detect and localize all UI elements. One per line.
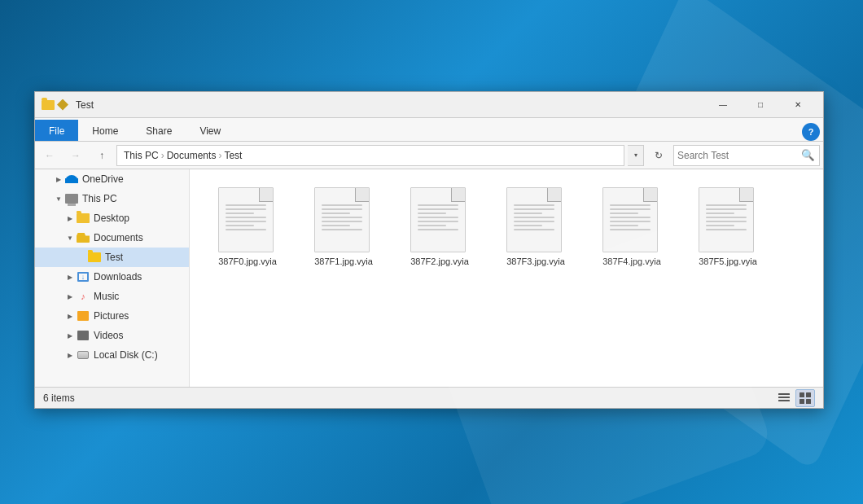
file-name-5: 387F5.jpg.vyia <box>699 256 757 267</box>
search-box: 🔍 <box>673 145 820 166</box>
sidebar-label-pictures: Pictures <box>94 310 129 322</box>
sidebar-item-onedrive[interactable]: ▶ OneDrive <box>35 169 189 189</box>
doc-icon-5 <box>699 187 754 252</box>
sidebar-item-videos[interactable]: ▶ Videos <box>35 326 189 345</box>
file-name-3: 387F3.jpg.vyia <box>506 256 565 267</box>
expand-arrow-local-disk: ▶ <box>64 349 76 361</box>
tab-view[interactable]: View <box>186 120 234 141</box>
path-test[interactable]: Test <box>224 150 242 161</box>
sidebar-label-music: Music <box>94 291 119 302</box>
forward-button[interactable]: → <box>64 145 87 166</box>
sidebar-label-downloads: Downloads <box>94 271 142 283</box>
icon-view-button[interactable] <box>795 389 815 407</box>
expand-arrow: ▶ <box>53 173 64 185</box>
sidebar-item-this-pc[interactable]: ▼ This PC <box>35 189 189 208</box>
sidebar-label-this-pc: This PC <box>82 193 117 204</box>
downloads-icon: ↓ <box>76 270 90 283</box>
svg-rect-2 <box>778 400 790 401</box>
title-bar: Test — □ ✕ <box>35 92 823 118</box>
ribbon-right: ? <box>802 123 823 141</box>
sidebar-item-pictures[interactable]: ▶ Pictures <box>35 306 189 326</box>
sidebar-item-documents[interactable]: ▼ Documents <box>35 228 189 248</box>
up-button[interactable]: ↑ <box>90 145 113 166</box>
path-this-pc[interactable]: This PC <box>124 150 159 161</box>
svg-rect-0 <box>778 393 790 395</box>
search-input[interactable] <box>677 150 799 161</box>
file-icon-4 <box>602 187 661 252</box>
close-button[interactable]: ✕ <box>779 92 817 118</box>
expand-arrow-this-pc: ▼ <box>53 193 64 204</box>
folder-title-icon <box>42 99 55 112</box>
sidebar-label-desktop: Desktop <box>94 213 129 224</box>
doc-icon-2 <box>410 187 466 252</box>
doc-icon-3 <box>506 187 562 252</box>
expand-arrow-videos: ▶ <box>64 330 76 341</box>
file-name-1: 387F1.jpg.vyia <box>314 256 373 267</box>
desktop-folder-icon <box>76 212 90 225</box>
status-items-count: 6 items <box>43 392 774 404</box>
this-pc-icon <box>64 192 79 205</box>
svg-rect-5 <box>799 399 804 404</box>
path-documents[interactable]: Documents <box>167 150 217 161</box>
sidebar-label-videos: Videos <box>94 330 123 341</box>
tab-home[interactable]: Home <box>78 120 132 141</box>
doc-icon-0 <box>218 187 274 252</box>
tab-share[interactable]: Share <box>132 120 186 141</box>
content-area: ▶ OneDrive ▼ This PC <box>35 169 823 387</box>
sidebar-item-music[interactable]: ▶ ♪ Music <box>35 287 189 306</box>
tab-file[interactable]: File <box>35 120 78 141</box>
sidebar: ▶ OneDrive ▼ This PC <box>35 169 190 387</box>
expand-arrow-desktop: ▶ <box>64 213 76 224</box>
onedrive-icon <box>64 173 79 186</box>
expand-arrow-test <box>76 252 87 263</box>
file-item-5[interactable]: 387F5.jpg.vyia <box>683 182 773 272</box>
path-dropdown[interactable]: ▾ <box>628 145 644 166</box>
view-buttons <box>774 389 815 407</box>
address-path[interactable]: This PC › Documents › Test <box>116 145 624 166</box>
file-item-0[interactable]: 387F0.jpg.vyia <box>203 182 292 272</box>
sidebar-item-local-disk[interactable]: ▶ Local Disk (C:) <box>35 345 189 365</box>
file-icon-1 <box>314 187 373 252</box>
address-bar: ← → ↑ This PC › Documents › Test ▾ ↻ 🔍 <box>35 142 823 169</box>
sidebar-label-onedrive: OneDrive <box>82 173 124 185</box>
window-controls: — □ ✕ <box>704 92 817 118</box>
details-view-button[interactable] <box>774 389 794 407</box>
file-name-4: 387F4.jpg.vyia <box>602 256 661 267</box>
refresh-button[interactable]: ↻ <box>647 145 670 166</box>
search-button[interactable]: 🔍 <box>799 147 816 164</box>
file-icon-5 <box>699 187 757 252</box>
sidebar-label-local-disk: Local Disk (C:) <box>94 349 158 361</box>
sidebar-item-downloads[interactable]: ▶ ↓ Downloads <box>35 267 189 287</box>
status-bar: 6 items <box>35 387 823 408</box>
file-explorer-window: Test — □ ✕ File Home Share View ? ← → ↑ … <box>34 91 824 409</box>
expand-arrow-downloads: ▶ <box>64 271 76 283</box>
file-item-1[interactable]: 387F1.jpg.vyia <box>299 182 388 272</box>
ribbon-tabs: File Home Share View ? <box>35 118 823 141</box>
music-icon: ♪ <box>76 290 90 303</box>
pictures-icon <box>76 309 90 322</box>
help-button[interactable]: ? <box>802 123 820 141</box>
file-name-2: 387F2.jpg.vyia <box>410 256 469 267</box>
file-icon-0 <box>218 187 277 252</box>
expand-arrow-music: ▶ <box>64 291 76 302</box>
file-item-2[interactable]: 387F2.jpg.vyia <box>395 182 484 272</box>
expand-arrow-pictures: ▶ <box>64 310 76 322</box>
file-area: 387F0.jpg.vyia387F1.jpg.vyia387F2.jpg.vy… <box>190 169 823 387</box>
maximize-button[interactable]: □ <box>742 92 779 118</box>
sidebar-item-desktop[interactable]: ▶ Desktop <box>35 208 189 228</box>
sidebar-item-test[interactable]: Test <box>35 248 189 267</box>
doc-icon-1 <box>314 187 370 252</box>
back-button[interactable]: ← <box>38 145 61 166</box>
sidebar-label-test: Test <box>105 252 123 263</box>
hdd-icon <box>76 348 90 362</box>
ribbon: File Home Share View ? <box>35 118 823 142</box>
file-name-0: 387F0.jpg.vyia <box>218 256 277 267</box>
test-folder-icon <box>87 251 102 264</box>
svg-rect-3 <box>799 392 804 397</box>
file-item-3[interactable]: 387F3.jpg.vyia <box>491 182 580 272</box>
videos-icon <box>76 329 90 342</box>
file-icon-3 <box>506 187 565 252</box>
file-item-4[interactable]: 387F4.jpg.vyia <box>587 182 677 272</box>
minimize-button[interactable]: — <box>704 92 742 118</box>
file-icon-2 <box>410 187 469 252</box>
